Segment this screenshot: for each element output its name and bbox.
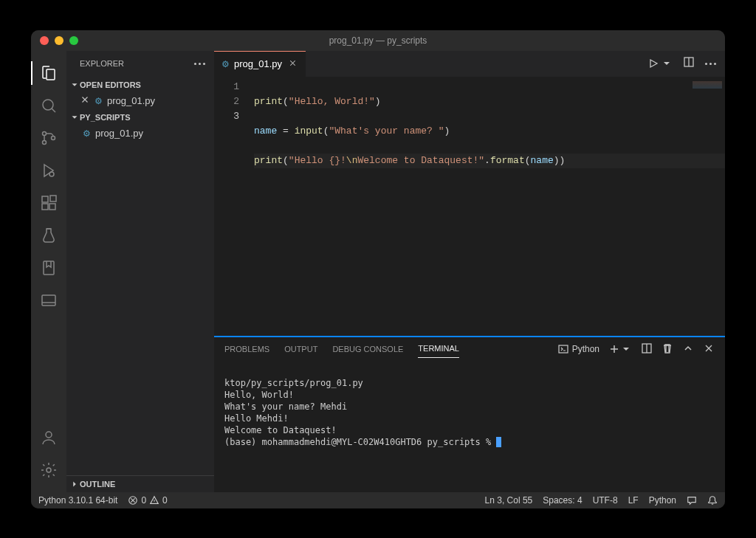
split-editor-icon[interactable] bbox=[683, 56, 695, 71]
status-warnings-count: 0 bbox=[162, 495, 168, 506]
chevron-down-icon bbox=[661, 58, 673, 69]
svg-rect-10 bbox=[42, 295, 55, 306]
code-token: name bbox=[254, 125, 277, 137]
panel-icon[interactable] bbox=[31, 284, 66, 317]
minimap[interactable] bbox=[693, 81, 722, 89]
folder-section[interactable]: PY_SCRIPTS bbox=[66, 109, 214, 125]
explorer-sidebar: EXPLORER OPEN EDITORS ⚙ prog_01.py PY_SC… bbox=[66, 51, 214, 492]
code-token: ( bbox=[283, 96, 289, 107]
code-content[interactable]: print("Hello, World!") name = input("Wha… bbox=[254, 77, 725, 336]
search-icon[interactable] bbox=[31, 89, 66, 122]
panel-tabs: PROBLEMS OUTPUT DEBUG CONSOLE TERMINAL P… bbox=[214, 337, 725, 361]
kill-terminal-icon[interactable] bbox=[662, 342, 673, 356]
code-token: "Hello {}! bbox=[289, 155, 346, 166]
notifications-icon[interactable] bbox=[707, 495, 718, 506]
tab-label: prog_01.py bbox=[234, 58, 282, 69]
status-indentation[interactable]: Spaces: 4 bbox=[543, 495, 582, 506]
outline-label: OUTLINE bbox=[80, 480, 115, 489]
terminal-line: ktop/py_scripts/prog_01.py bbox=[224, 378, 363, 388]
status-python-version[interactable]: Python 3.10.1 64-bit bbox=[38, 495, 117, 506]
svg-point-2 bbox=[43, 140, 47, 144]
status-errors-count: 0 bbox=[141, 495, 146, 506]
code-token: ) bbox=[560, 155, 566, 166]
code-token: Welcome to Dataquest!" bbox=[357, 155, 484, 166]
account-icon[interactable] bbox=[31, 421, 66, 454]
line-number: 2 bbox=[214, 94, 239, 109]
chevron-down-icon bbox=[69, 80, 80, 90]
split-terminal-icon[interactable] bbox=[641, 342, 653, 356]
run-debug-icon[interactable] bbox=[31, 154, 66, 187]
chevron-down-icon bbox=[620, 343, 632, 355]
terminal-tab[interactable]: TERMINAL bbox=[418, 339, 459, 358]
svg-rect-7 bbox=[49, 204, 55, 210]
testing-icon[interactable] bbox=[31, 219, 66, 252]
open-editors-section[interactable]: OPEN EDITORS bbox=[66, 77, 214, 93]
svg-point-0 bbox=[43, 100, 53, 110]
code-token: . bbox=[484, 155, 490, 166]
svg-rect-8 bbox=[50, 196, 56, 201]
explorer-header: EXPLORER bbox=[66, 51, 214, 77]
close-tab-icon[interactable] bbox=[286, 58, 298, 70]
output-tab[interactable]: OUTPUT bbox=[284, 340, 317, 358]
line-gutter: 1 2 3 bbox=[214, 77, 254, 336]
outline-section[interactable]: OUTLINE bbox=[66, 476, 214, 492]
terminal-output[interactable]: ktop/py_scripts/prog_01.py Hello, World!… bbox=[214, 361, 725, 492]
terminal-line: Welcome to Dataquest! bbox=[224, 425, 337, 435]
svg-rect-9 bbox=[44, 261, 54, 275]
feedback-icon[interactable] bbox=[687, 495, 697, 506]
svg-point-3 bbox=[52, 136, 55, 139]
status-language[interactable]: Python bbox=[649, 495, 676, 506]
editor-tab[interactable]: ⚙ prog_01.py bbox=[214, 51, 306, 77]
status-encoding[interactable]: UTF-8 bbox=[593, 495, 618, 506]
svg-rect-6 bbox=[42, 204, 48, 210]
more-actions-icon[interactable] bbox=[194, 63, 205, 65]
error-icon bbox=[128, 495, 138, 506]
terminal-line: Hello, World! bbox=[224, 390, 294, 400]
chevron-down-icon bbox=[69, 112, 80, 123]
terminal-kind[interactable]: Python bbox=[557, 343, 599, 355]
svg-point-4 bbox=[49, 172, 54, 176]
open-editor-item[interactable]: ⚙ prog_01.py bbox=[66, 93, 214, 109]
python-file-icon: ⚙ bbox=[83, 128, 91, 139]
extensions-icon[interactable] bbox=[31, 187, 66, 219]
window-title: prog_01.py — py_scripts bbox=[329, 35, 427, 46]
file-tree-item[interactable]: ⚙ prog_01.py bbox=[66, 125, 214, 142]
code-token: ) bbox=[444, 125, 450, 137]
minimize-window-button[interactable] bbox=[55, 36, 63, 45]
new-terminal-icon[interactable] bbox=[608, 343, 632, 355]
maximize-window-button[interactable] bbox=[69, 36, 78, 45]
more-actions-icon[interactable] bbox=[705, 63, 716, 65]
chevron-right-icon bbox=[69, 479, 80, 489]
bookmark-icon[interactable] bbox=[31, 252, 66, 284]
editor-actions bbox=[647, 51, 725, 77]
run-icon[interactable] bbox=[647, 58, 673, 69]
close-panel-icon[interactable] bbox=[703, 342, 715, 356]
terminal-line: What's your name? Mehdi bbox=[224, 401, 347, 412]
bottom-panel: PROBLEMS OUTPUT DEBUG CONSOLE TERMINAL P… bbox=[214, 337, 725, 492]
traffic-lights bbox=[40, 36, 78, 45]
titlebar[interactable]: prog_01.py — py_scripts bbox=[31, 30, 725, 51]
status-cursor-position[interactable]: Ln 3, Col 55 bbox=[485, 495, 533, 506]
code-token: name bbox=[531, 155, 554, 166]
code-editor[interactable]: 1 2 3 print("Hello, World!") name = inpu… bbox=[214, 77, 725, 336]
tab-bar: ⚙ prog_01.py bbox=[214, 51, 725, 77]
open-editor-filename: prog_01.py bbox=[107, 95, 155, 106]
close-icon[interactable] bbox=[80, 94, 92, 107]
code-token: print bbox=[254, 96, 283, 107]
debug-console-tab[interactable]: DEBUG CONSOLE bbox=[332, 340, 403, 358]
code-token: ( bbox=[525, 155, 531, 166]
status-problems[interactable]: 0 0 bbox=[128, 495, 167, 506]
explorer-icon[interactable] bbox=[31, 57, 66, 89]
status-eol[interactable]: LF bbox=[628, 495, 639, 506]
app-window: prog_01.py — py_scripts bbox=[31, 30, 725, 508]
code-token: \n bbox=[346, 155, 358, 166]
terminal-line: Hello Mehdi! bbox=[224, 413, 289, 424]
maximize-panel-icon[interactable] bbox=[682, 342, 694, 356]
settings-gear-icon[interactable] bbox=[31, 454, 66, 486]
file-tree-filename: prog_01.py bbox=[95, 128, 143, 139]
svg-point-12 bbox=[47, 468, 51, 472]
folder-label: PY_SCRIPTS bbox=[80, 113, 130, 122]
close-window-button[interactable] bbox=[40, 36, 49, 45]
problems-tab[interactable]: PROBLEMS bbox=[224, 340, 269, 358]
source-control-icon[interactable] bbox=[31, 122, 66, 154]
